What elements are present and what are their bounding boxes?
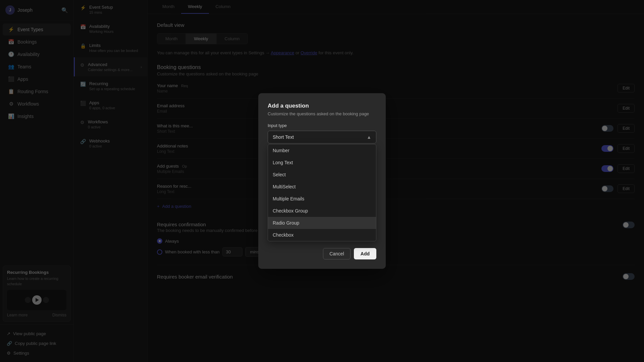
dropdown-item-multiselect[interactable]: MultiSelect: [268, 181, 376, 193]
modal-title: Add a question: [268, 103, 376, 109]
dropdown-item-radio-group[interactable]: Radio Group: [268, 217, 376, 229]
input-type-select[interactable]: Short Text ▲: [268, 131, 376, 143]
add-question-modal: Add a question Customize the questions a…: [258, 93, 386, 269]
cancel-button[interactable]: Cancel: [323, 248, 351, 259]
select-chevron-up-icon: ▲: [367, 134, 371, 140]
modal-desc: Customize the questions asked on the boo…: [268, 111, 376, 116]
dropdown-item-number[interactable]: Number: [268, 144, 376, 157]
input-type-select-container: Short Text ▲ Number Long Text Select Mul…: [268, 131, 376, 241]
dropdown-item-select[interactable]: Select: [268, 169, 376, 181]
input-type-label: Input type: [268, 123, 376, 128]
dropdown-item-checkbox[interactable]: Checkbox: [268, 229, 376, 241]
dropdown-item-long-text[interactable]: Long Text: [268, 157, 376, 169]
selected-value: Short Text: [273, 134, 294, 140]
add-button[interactable]: Add: [354, 248, 376, 259]
modal-footer: Cancel Add: [268, 248, 376, 259]
modal-overlay: Add a question Customize the questions a…: [0, 0, 644, 362]
dropdown-item-checkbox-group[interactable]: Checkbox Group: [268, 205, 376, 217]
dropdown-item-multiple-emails[interactable]: Multiple Emails: [268, 193, 376, 205]
input-type-dropdown: Number Long Text Select MultiSelect Mult…: [268, 144, 376, 241]
